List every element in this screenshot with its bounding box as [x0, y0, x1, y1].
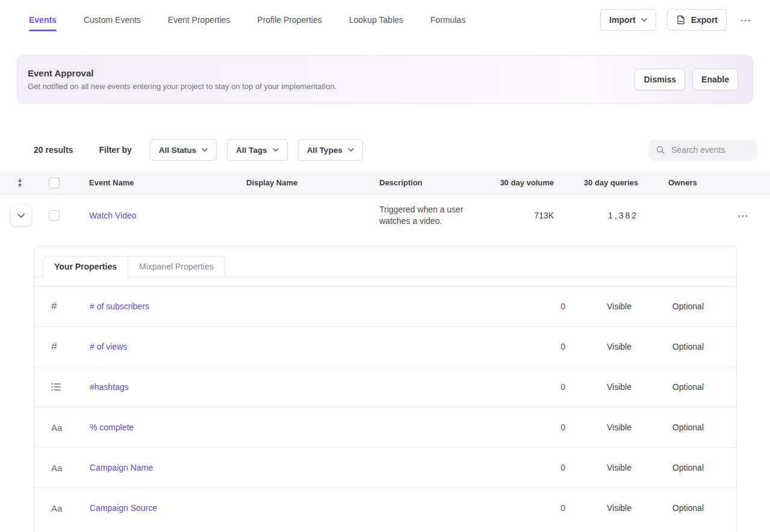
property-name-link[interactable]: Campaign Source [90, 503, 505, 513]
chevron-down-icon [17, 214, 25, 218]
tab-mixpanel-properties[interactable]: Mixpanel Properties [128, 256, 225, 277]
number-type-icon: # [51, 341, 90, 353]
tab-lookup-tables[interactable]: Lookup Tables [349, 0, 403, 40]
chevron-down-icon [202, 148, 208, 152]
event-queries: 1,382 [554, 211, 638, 220]
property-row: #hashtags 0 Visible Optional [34, 367, 736, 407]
property-name-link[interactable]: #hashtags [90, 382, 505, 392]
number-type-icon: # [51, 300, 90, 312]
text-type-icon: Aa [51, 463, 90, 473]
property-count: 0 [505, 302, 565, 311]
property-requirement: Optional [632, 342, 704, 351]
property-row: Aa % complete 0 Visible Optional [34, 407, 736, 447]
property-visibility: Visible [565, 422, 632, 432]
export-button-label: Export [691, 15, 718, 25]
banner-actions: Dismiss Enable [635, 69, 738, 90]
tab-custom-events[interactable]: Custom Events [84, 0, 141, 40]
property-row: Aa Campaign Name 0 Visible Optional [34, 447, 736, 487]
text-type-icon: Aa [51, 503, 90, 513]
event-description: Triggered when a user watches a video. [379, 204, 494, 227]
all-types-label: All Types [307, 146, 343, 155]
property-visibility: Visible [565, 503, 632, 513]
column-owners: Owners [638, 178, 716, 187]
top-navigation: Events Custom Events Event Properties Pr… [0, 0, 770, 40]
search-box[interactable] [648, 140, 757, 161]
property-count: 0 [505, 463, 565, 472]
all-status-label: All Status [159, 146, 196, 155]
import-button[interactable]: Import [600, 9, 656, 31]
nav-actions: Import Export ⋯ [600, 9, 754, 31]
property-requirement: Optional [632, 503, 704, 513]
property-count: 0 [505, 382, 565, 392]
select-all-checkbox[interactable] [49, 178, 60, 188]
column-event-name: Event Name [89, 178, 246, 187]
banner-title: Event Approval [28, 68, 337, 78]
row-more-options-icon[interactable]: ⋯ [716, 208, 770, 224]
tab-events[interactable]: Events [29, 0, 57, 40]
list-type-icon [51, 383, 90, 391]
export-button[interactable]: Export [667, 9, 727, 31]
enable-button[interactable]: Enable [692, 69, 738, 90]
text-type-icon: Aa [51, 422, 90, 433]
event-approval-banner: Event Approval Get notified on all new e… [17, 55, 753, 104]
properties-list: # # of subscribers 0 Visible Optional # … [34, 277, 736, 528]
all-tags-dropdown[interactable]: All Tags [227, 139, 288, 161]
banner-description: Get notified on all new events entering … [28, 82, 337, 91]
property-name-link[interactable]: # of views [90, 342, 505, 351]
property-row: # # of views 0 Visible Optional [34, 326, 736, 367]
tab-profile-properties[interactable]: Profile Properties [257, 0, 321, 40]
collapse-all-rows-icon[interactable] [16, 179, 34, 187]
property-requirement: Optional [632, 302, 704, 311]
more-options-icon[interactable]: ⋯ [737, 12, 754, 28]
filter-dropdowns: All Status All Tags All Types [150, 139, 363, 161]
collapse-row-button[interactable] [11, 205, 31, 226]
chevron-down-icon [348, 148, 354, 152]
property-visibility: Visible [565, 463, 632, 472]
event-volume: 713K [494, 211, 554, 220]
property-requirement: Optional [632, 382, 704, 392]
search-input[interactable] [671, 145, 750, 155]
filter-by-label: Filter by [99, 145, 131, 155]
column-30-day-queries: 30 day queries [554, 178, 638, 187]
all-types-dropdown[interactable]: All Types [298, 139, 363, 161]
all-status-dropdown[interactable]: All Status [150, 139, 217, 161]
all-tags-label: All Tags [236, 146, 267, 155]
chevron-down-icon [641, 18, 647, 22]
event-name-link[interactable]: Watch Video [89, 211, 246, 220]
filter-row: 20 results Filter by All Status All Tags… [34, 138, 757, 161]
property-visibility: Visible [565, 382, 632, 392]
event-row-watch-video: Watch Video Triggered when a user watche… [0, 194, 770, 237]
column-30-day-volume: 30 day volume [494, 178, 554, 187]
tab-your-properties[interactable]: Your Properties [43, 256, 128, 277]
property-requirement: Optional [632, 463, 704, 472]
property-visibility: Visible [565, 342, 632, 351]
banner-text: Event Approval Get notified on all new e… [28, 68, 337, 91]
property-name-link[interactable]: Campaign Name [90, 463, 505, 472]
import-button-label: Import [609, 15, 636, 25]
chevron-down-icon [273, 148, 279, 152]
column-description: Description [379, 178, 494, 187]
properties-tabs: Your Properties Mixpanel Properties [34, 247, 736, 277]
column-display-name: Display Name [246, 178, 379, 187]
nav-tabs: Events Custom Events Event Properties Pr… [29, 0, 465, 40]
tab-formulas[interactable]: Formulas [430, 0, 465, 40]
property-name-link[interactable]: % complete [90, 422, 505, 432]
search-icon [656, 145, 665, 155]
property-count: 0 [505, 422, 565, 432]
property-row: # # of subscribers 0 Visible Optional [34, 286, 736, 326]
property-row: Aa Campaign Source 0 Visible Optional [34, 487, 736, 528]
events-table-header: Event Name Display Name Description 30 d… [0, 172, 770, 194]
export-file-icon [676, 15, 686, 25]
tab-event-properties[interactable]: Event Properties [168, 0, 231, 40]
results-count: 20 results [34, 145, 73, 155]
event-properties-panel: Your Properties Mixpanel Properties # # … [34, 246, 737, 532]
property-visibility: Visible [565, 302, 632, 311]
row-checkbox[interactable] [49, 210, 60, 221]
property-requirement: Optional [632, 422, 704, 432]
property-count: 0 [505, 342, 565, 351]
property-count: 0 [505, 503, 565, 513]
property-name-link[interactable]: # of subscribers [90, 302, 505, 311]
dismiss-button[interactable]: Dismiss [635, 69, 685, 90]
